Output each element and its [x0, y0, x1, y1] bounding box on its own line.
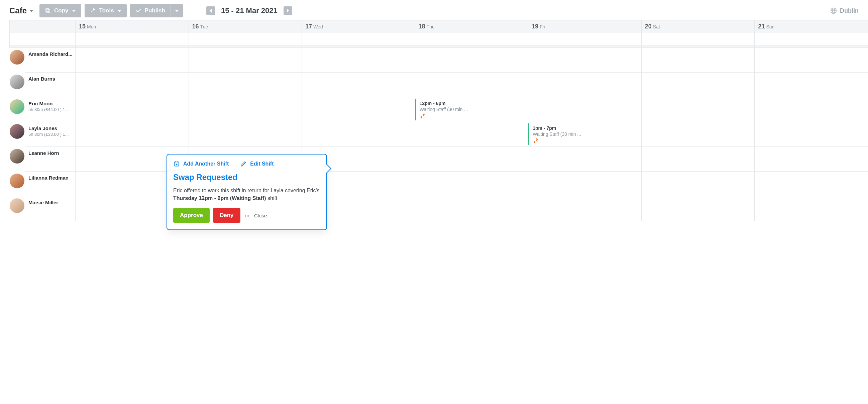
close-link[interactable]: Close: [254, 213, 267, 218]
schedule-cell[interactable]: [642, 97, 755, 122]
staff-row: Lilianna Redman: [9, 172, 868, 196]
staff-name-cell[interactable]: Eric Moon5h 30m (£44.00 ) 1...: [25, 97, 75, 122]
schedule-cell[interactable]: [415, 147, 529, 172]
add-shift-label: Add Another Shift: [183, 161, 229, 167]
schedule-cell[interactable]: [528, 48, 642, 72]
schedule-cell[interactable]: 1pm - 7pmWaiting Staff (30 min ...: [528, 122, 642, 147]
schedule-cell[interactable]: [75, 97, 189, 122]
day-header[interactable]: 21Sun: [755, 20, 868, 33]
schedule-cell[interactable]: [415, 48, 529, 72]
schedule-cell[interactable]: [189, 72, 302, 97]
schedule-cell[interactable]: [528, 147, 642, 172]
prev-week-button[interactable]: [206, 6, 215, 15]
schedule-cell[interactable]: [189, 122, 302, 147]
day-header[interactable]: 18Thu: [415, 20, 529, 33]
schedule-cell[interactable]: [755, 122, 868, 147]
tools-button[interactable]: Tools: [85, 4, 127, 18]
day-header[interactable]: 15Mon: [75, 20, 189, 33]
day-name: Thu: [427, 24, 435, 29]
schedule-cell[interactable]: [302, 122, 415, 147]
timezone-label: Dublin: [840, 7, 859, 14]
schedule-grid: 15Mon16Tue17Wed18Thu19Fri20Sat21Sun Aman…: [9, 20, 868, 221]
schedule-cell[interactable]: [642, 48, 755, 72]
staff-row: Maisie Miller: [9, 196, 868, 221]
schedule-cell[interactable]: [642, 122, 755, 147]
avatar[interactable]: [10, 74, 24, 89]
publish-dropdown-button[interactable]: [170, 4, 183, 18]
schedule-cell[interactable]: [755, 48, 868, 72]
day-header[interactable]: 16Tue: [189, 20, 302, 33]
staff-row: Amanda Richard...: [9, 48, 868, 72]
copy-button[interactable]: Copy: [39, 4, 81, 18]
staff-name-cell[interactable]: Amanda Richard...: [25, 48, 75, 72]
avatar[interactable]: [10, 149, 24, 163]
schedule-cell[interactable]: [189, 48, 302, 72]
day-header[interactable]: 17Wed: [302, 20, 415, 33]
shift-block[interactable]: 1pm - 7pmWaiting Staff (30 min ...: [528, 123, 641, 145]
schedule-cell[interactable]: [302, 48, 415, 72]
popover-body-pre: Eric offered to work this shift in retur…: [173, 188, 320, 193]
shift-time: 1pm - 7pm: [533, 125, 638, 131]
schedule-cell[interactable]: [755, 196, 868, 221]
schedule-cell[interactable]: [642, 196, 755, 221]
schedule-cell[interactable]: 12pm - 6pmWaiting Staff (30 min ...: [415, 97, 529, 122]
avatar[interactable]: [10, 124, 24, 139]
schedule-cell[interactable]: [528, 196, 642, 221]
swap-icon: [533, 138, 638, 145]
schedule-cell[interactable]: [415, 196, 529, 221]
avatar[interactable]: [10, 50, 24, 65]
staff-name-cell[interactable]: Lilianna Redman: [25, 172, 75, 196]
add-another-shift-link[interactable]: Add Another Shift: [173, 160, 229, 167]
location-name: Cafe: [9, 6, 27, 15]
day-header[interactable]: 19Fri: [528, 20, 642, 33]
next-week-button[interactable]: [283, 6, 292, 15]
day-name: Mon: [87, 24, 96, 29]
check-icon: [135, 8, 142, 14]
avatar-cell: [9, 48, 25, 72]
shift-block[interactable]: 12pm - 6pmWaiting Staff (30 min ...: [415, 99, 528, 120]
deny-button[interactable]: Deny: [213, 208, 240, 223]
staff-name-cell[interactable]: Alan Burns: [25, 72, 75, 97]
schedule-cell[interactable]: [528, 72, 642, 97]
staff-name: Alan Burns: [28, 76, 73, 82]
staff-name-cell[interactable]: Layla Jones5h 30m (£33.00 ) 1...: [25, 122, 75, 147]
schedule-cell[interactable]: [415, 122, 529, 147]
schedule-cell[interactable]: [755, 72, 868, 97]
schedule-cell[interactable]: [415, 72, 529, 97]
day-name: Sat: [653, 24, 660, 29]
timezone-indicator[interactable]: Dublin: [830, 7, 859, 14]
location-picker[interactable]: Cafe: [9, 6, 36, 15]
staff-name-cell[interactable]: Leanne Horn: [25, 147, 75, 172]
popover-body-bold: Thursday 12pm - 6pm (Waiting Staff): [173, 195, 266, 201]
schedule-cell[interactable]: [302, 97, 415, 122]
wrench-icon: [90, 8, 96, 14]
edit-shift-link[interactable]: Edit Shift: [240, 160, 274, 167]
staff-meta: 5h 30m (£44.00 ) 1...: [28, 107, 73, 112]
approve-button[interactable]: Approve: [173, 208, 210, 223]
day-number: 21: [758, 23, 765, 30]
schedule-cell[interactable]: [189, 97, 302, 122]
schedule-cell[interactable]: [755, 172, 868, 196]
day-name: Tue: [200, 24, 208, 29]
schedule-cell[interactable]: [642, 172, 755, 196]
caret-down-icon: [175, 10, 179, 12]
day-name: Wed: [313, 24, 323, 29]
schedule-cell[interactable]: [415, 172, 529, 196]
schedule-cell[interactable]: [528, 172, 642, 196]
avatar[interactable]: [10, 99, 24, 114]
schedule-cell[interactable]: [528, 97, 642, 122]
schedule-cell[interactable]: [75, 122, 189, 147]
schedule-cell[interactable]: [755, 97, 868, 122]
schedule-cell[interactable]: [75, 72, 189, 97]
staff-name-cell[interactable]: Maisie Miller: [25, 196, 75, 221]
schedule-cell[interactable]: [302, 72, 415, 97]
avatar[interactable]: [10, 174, 24, 188]
schedule-cell[interactable]: [642, 147, 755, 172]
schedule-cell[interactable]: [755, 147, 868, 172]
avatar[interactable]: [10, 198, 24, 213]
publish-button[interactable]: Publish: [130, 4, 170, 18]
day-header[interactable]: 20Sat: [642, 20, 755, 33]
swap-request-popover: Add Another Shift Edit Shift Swap Reques…: [166, 154, 327, 230]
schedule-cell[interactable]: [642, 72, 755, 97]
schedule-cell[interactable]: [75, 48, 189, 72]
